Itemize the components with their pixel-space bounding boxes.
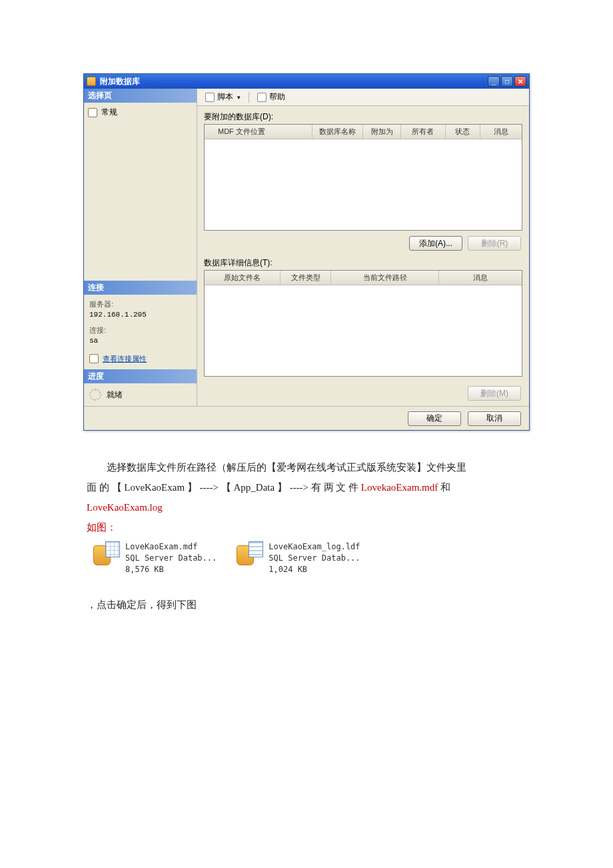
col-current-path[interactable]: 当前文件路径	[331, 271, 439, 285]
doc-line-1: 选择数据库文件所在路径（解压后的【爱考网在线考试正式版系统安装】文件夹里	[87, 457, 526, 477]
ldf-file-icon	[237, 541, 263, 568]
attach-label: 要附加的数据库(D):	[204, 111, 522, 123]
col-status[interactable]: 状态	[446, 125, 480, 139]
progress-block: 就绪	[84, 383, 197, 406]
add-button[interactable]: 添加(A)...	[409, 236, 462, 251]
document-body: 选择数据库文件所在路径（解压后的【爱考网在线考试正式版系统安装】文件夹里 面 的…	[87, 457, 526, 615]
col-file-type[interactable]: 文件类型	[281, 271, 331, 285]
spinner-icon	[89, 389, 101, 401]
file-item-ldf: LoveKaoExam_log.ldf SQL Server Datab... …	[237, 541, 360, 575]
doc-line-4: 如图：	[87, 517, 526, 537]
server-label: 服务器:	[89, 299, 191, 310]
detail-label: 数据库详细信息(T):	[204, 257, 522, 269]
toolbar-separator	[249, 92, 249, 103]
titlebar[interactable]: 附加数据库 _ □ ✕	[84, 74, 529, 89]
properties-icon	[89, 354, 99, 363]
file1-type: SQL Server Datab...	[125, 553, 217, 564]
server-value: 192.168.1.205	[89, 309, 191, 321]
select-page-header: 选择页	[84, 89, 197, 103]
databases-grid[interactable]: MDF 文件位置 数据库名称 附加为 所有者 状态 消息	[204, 124, 522, 231]
connection-label: 连接:	[89, 325, 191, 336]
details-grid[interactable]: 原始文件名 文件类型 当前文件路径 消息	[204, 270, 522, 377]
col-owner[interactable]: 所有者	[401, 125, 446, 139]
cancel-button[interactable]: 取消	[468, 411, 521, 426]
file-item-mdf: LoveKaoExam.mdf SQL Server Datab... 8,57…	[93, 541, 217, 575]
view-connection-properties-link[interactable]: 查看连接属性	[103, 353, 147, 365]
help-label: 帮助	[269, 91, 285, 103]
connection-block: 服务器: 192.168.1.205 连接: sa 查看连接属性	[84, 295, 197, 370]
file2-name: LoveKaoExam_log.ldf	[269, 541, 360, 553]
col-detail-message[interactable]: 消息	[439, 271, 522, 285]
close-button[interactable]: ✕	[514, 76, 526, 87]
nav-item-general[interactable]: 常规	[88, 105, 193, 119]
attach-database-dialog: 附加数据库 _ □ ✕ 选择页 常规 连接 服务器:	[83, 73, 530, 431]
progress-status: 就绪	[107, 389, 123, 401]
connection-value: sa	[89, 335, 191, 347]
progress-header: 进度	[84, 369, 197, 383]
chevron-down-icon: ▾	[237, 94, 241, 101]
remove-db-button[interactable]: 删除(R)	[468, 236, 521, 251]
col-original-filename[interactable]: 原始文件名	[205, 271, 281, 285]
col-db-name[interactable]: 数据库名称	[312, 125, 363, 139]
script-label: 脚本	[217, 91, 233, 103]
mdf-file-icon	[93, 541, 120, 568]
content-pane: 脚本 ▾ 帮助 要附加的数据库(D): MDF 文件位置 数据库名称	[197, 89, 529, 406]
minimize-button[interactable]: _	[488, 76, 500, 87]
script-icon	[205, 93, 215, 102]
app-icon	[87, 77, 96, 86]
file2-type: SQL Server Datab...	[269, 553, 360, 564]
file1-name: LoveKaoExam.mdf	[125, 541, 217, 553]
toolbar: 脚本 ▾ 帮助	[197, 89, 529, 106]
doc-line-3: LoveKaoExam.log	[87, 497, 526, 517]
help-button[interactable]: 帮助	[253, 90, 289, 104]
col-message[interactable]: 消息	[480, 125, 522, 139]
col-attach-as[interactable]: 附加为	[363, 125, 401, 139]
remove-file-button[interactable]: 删除(M)	[468, 386, 521, 401]
col-mdf-location[interactable]: MDF 文件位置	[205, 125, 312, 139]
dialog-footer: 确定 取消	[84, 406, 529, 430]
file1-size: 8,576 KB	[125, 564, 217, 575]
file-thumbnails-row: LoveKaoExam.mdf SQL Server Datab... 8,57…	[93, 541, 526, 575]
left-nav: 选择页 常规 连接 服务器: 192.168.1.205 连接: sa	[84, 89, 197, 406]
script-button[interactable]: 脚本 ▾	[201, 90, 245, 104]
window-title: 附加数据库	[100, 76, 488, 87]
connection-header: 连接	[84, 281, 197, 295]
nav-item-label: 常规	[101, 107, 117, 118]
ok-button[interactable]: 确定	[408, 411, 461, 426]
page-icon	[88, 108, 97, 117]
maximize-button[interactable]: □	[501, 76, 513, 87]
doc-line-5: ，点击确定后，得到下图	[87, 595, 526, 615]
help-icon	[257, 93, 267, 102]
doc-line-2: 面 的 【 LoveKaoExam 】 ----> 【 App_Data 】 -…	[87, 477, 526, 497]
file2-size: 1,024 KB	[269, 564, 360, 575]
